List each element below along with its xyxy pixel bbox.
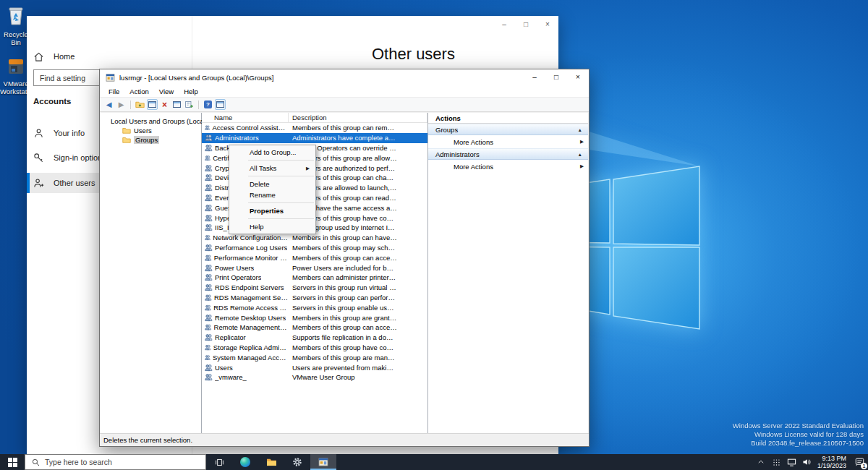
context-menu-item-properties[interactable]: Properties bbox=[229, 205, 315, 216]
lusrmgr-taskbar-button[interactable] bbox=[310, 454, 336, 470]
group-icon bbox=[205, 304, 211, 312]
lusrmgr-close-button[interactable]: × bbox=[567, 69, 589, 85]
group-icon bbox=[205, 273, 213, 281]
settings-home-item[interactable]: Home bbox=[27, 46, 192, 67]
group-row[interactable]: Power Users Power Users are included for… bbox=[202, 262, 427, 273]
group-description: Members in this group are granted the ri… bbox=[289, 314, 397, 322]
group-row[interactable]: System Managed Accounts Group Members of… bbox=[202, 352, 427, 362]
speaker-icon bbox=[802, 458, 811, 466]
show-action-pane-button[interactable] bbox=[215, 99, 226, 110]
context-menu-item-help[interactable]: Help bbox=[229, 221, 315, 232]
lusrmgr-maximize-button[interactable]: □ bbox=[545, 69, 567, 85]
group-description: Members of this group can remotely query… bbox=[289, 124, 397, 132]
group-description: Members of this group are managed by the… bbox=[289, 354, 397, 362]
group-description: Members of this group can access WMI res… bbox=[289, 323, 397, 331]
group-row[interactable]: Administrators Administrators have compl… bbox=[202, 133, 427, 143]
help-button[interactable]: ? bbox=[203, 99, 213, 110]
group-row[interactable]: Access Control Assistance Operators Memb… bbox=[202, 123, 427, 133]
group-name: Replicator bbox=[215, 333, 246, 341]
group-name: System Managed Accounts Group bbox=[213, 354, 289, 362]
tree-item-groups[interactable]: Groups bbox=[101, 135, 201, 145]
menu-view[interactable]: View bbox=[154, 85, 179, 97]
column-header-description[interactable]: Description bbox=[289, 113, 427, 122]
person-icon bbox=[33, 128, 44, 139]
task-view-icon bbox=[215, 458, 224, 467]
delete-button[interactable]: × bbox=[159, 99, 170, 110]
group-description: Servers in this group run virtual machin… bbox=[289, 283, 397, 291]
menu-help[interactable]: Help bbox=[179, 85, 203, 97]
lusrmgr-titlebar[interactable]: lusrmgr - [Local Users and Groups (Local… bbox=[100, 69, 589, 85]
edge-button[interactable] bbox=[232, 454, 258, 470]
settings-search-placeholder: Find a setting bbox=[40, 74, 85, 82]
group-icon bbox=[205, 343, 211, 351]
task-view-button[interactable] bbox=[206, 454, 232, 470]
group-icon bbox=[205, 223, 213, 231]
column-header-name[interactable]: Name bbox=[202, 113, 289, 122]
actions-section-groups[interactable]: Groups ▲ bbox=[428, 124, 588, 135]
tray-volume-button[interactable] bbox=[799, 454, 814, 470]
forward-button[interactable]: ▶ bbox=[116, 99, 127, 110]
group-name: Print Operators bbox=[215, 273, 261, 281]
menu-file[interactable]: File bbox=[103, 85, 124, 97]
start-button[interactable] bbox=[0, 454, 25, 470]
settings-taskbar-button[interactable] bbox=[284, 454, 310, 470]
group-name: Remote Management Users bbox=[214, 323, 289, 331]
group-row[interactable]: Replicator Supports file replication in … bbox=[202, 333, 427, 343]
group-icon bbox=[205, 204, 213, 212]
tray-grid-button[interactable] bbox=[769, 454, 784, 470]
tree-item-users[interactable]: Users bbox=[101, 126, 201, 135]
group-row[interactable]: _vmware_ VMware User Group bbox=[202, 372, 427, 383]
toolbar-separator bbox=[198, 101, 199, 109]
export-list-button[interactable] bbox=[184, 99, 195, 110]
group-name: Network Configuration Operators bbox=[213, 234, 289, 242]
group-icon bbox=[205, 323, 212, 331]
back-button[interactable]: ◀ bbox=[103, 99, 114, 110]
group-row[interactable]: Performance Log Users Members of this gr… bbox=[202, 243, 427, 253]
taskbar-clock[interactable]: 9:13 PM 1/19/2023 bbox=[814, 455, 851, 469]
show-console-tree-button[interactable] bbox=[147, 99, 158, 110]
collapse-icon[interactable]: ▲ bbox=[578, 127, 582, 132]
group-row[interactable]: Performance Monitor Users Members of thi… bbox=[202, 252, 427, 262]
group-name: Storage Replica Administrators bbox=[213, 343, 289, 351]
tray-date: 1/19/2023 bbox=[817, 462, 846, 469]
group-row[interactable]: RDS Management Servers Servers in this g… bbox=[202, 293, 427, 303]
context-menu-item-all-tasks[interactable]: All Tasks▶ bbox=[229, 163, 315, 174]
file-explorer-button[interactable] bbox=[258, 454, 284, 470]
tree-root-item[interactable]: Local Users and Groups (Local) bbox=[101, 116, 201, 126]
group-row[interactable]: Storage Replica Administrators Members o… bbox=[202, 343, 427, 353]
context-menu-item-rename[interactable]: Rename bbox=[229, 189, 315, 200]
mmc-taskbar-icon bbox=[318, 458, 328, 466]
taskbar-search-input[interactable]: Type here to search bbox=[25, 454, 206, 470]
up-level-button[interactable] bbox=[135, 99, 145, 110]
tray-chevron-button[interactable] bbox=[754, 454, 769, 470]
context-menu-item-delete[interactable]: Delete bbox=[229, 179, 315, 189]
context-menu-item-add-to-group[interactable]: Add to Group... bbox=[229, 147, 315, 158]
notification-badge: 1 bbox=[861, 463, 867, 469]
status-bar: Deletes the current selection. bbox=[100, 433, 589, 446]
tray-network-button[interactable] bbox=[784, 454, 799, 470]
group-description: Members of this group can access perform… bbox=[289, 254, 397, 262]
group-row[interactable]: RDS Endpoint Servers Servers in this gro… bbox=[202, 283, 427, 293]
more-actions-administrators[interactable]: More Actions ▶ bbox=[428, 160, 588, 173]
toolbar-separator bbox=[130, 101, 131, 109]
menu-action[interactable]: Action bbox=[124, 85, 153, 97]
properties-button[interactable] bbox=[171, 99, 182, 110]
group-row[interactable]: RDS Remote Access Servers Servers in thi… bbox=[202, 302, 427, 312]
lusrmgr-window-title: lusrmgr - [Local Users and Groups (Local… bbox=[119, 74, 273, 82]
lusrmgr-minimize-button[interactable]: – bbox=[524, 69, 545, 85]
group-icon bbox=[205, 184, 213, 192]
properties-icon bbox=[173, 101, 181, 108]
action-center-button[interactable]: 1 bbox=[851, 454, 868, 470]
group-row[interactable]: Remote Desktop Users Members in this gro… bbox=[202, 312, 427, 322]
group-icon bbox=[205, 154, 210, 162]
group-description: Users are prevented from making accident… bbox=[289, 364, 397, 372]
group-name: Performance Log Users bbox=[215, 244, 287, 252]
actions-section-administrators[interactable]: Administrators ▲ bbox=[428, 148, 588, 160]
action-pane-icon bbox=[216, 101, 224, 108]
group-row[interactable]: Users Users are prevented from making ac… bbox=[202, 362, 427, 372]
group-row[interactable]: Print Operators Members can administer p… bbox=[202, 273, 427, 283]
group-icon bbox=[205, 194, 213, 202]
group-row[interactable]: Remote Management Users Members of this … bbox=[202, 322, 427, 333]
collapse-icon[interactable]: ▲ bbox=[578, 152, 582, 157]
more-actions-groups[interactable]: More Actions ▶ bbox=[428, 135, 588, 148]
